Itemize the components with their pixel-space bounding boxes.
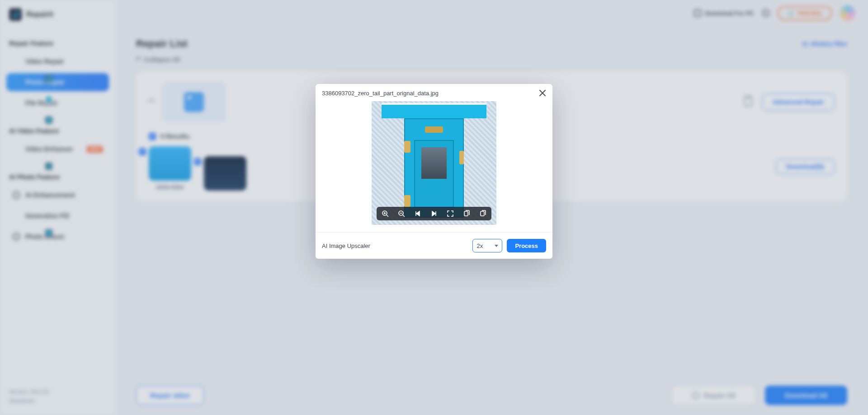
process-button[interactable]: Process [507, 239, 546, 252]
zoom-in-button[interactable] [381, 210, 389, 218]
zoom-out-button[interactable] [397, 210, 406, 218]
chevron-down-icon [495, 245, 498, 247]
fullscreen-button[interactable] [446, 210, 454, 218]
previous-button[interactable] [414, 210, 422, 218]
copy-button[interactable] [462, 210, 471, 218]
skip-previous-icon [414, 210, 421, 217]
preview-toolbar [377, 207, 491, 220]
next-button[interactable] [430, 210, 438, 218]
modal-body [316, 101, 552, 225]
modal-overlay[interactable]: 3386093702_zero_tail_part_orignal_data.j… [0, 0, 868, 415]
copy-icon [479, 210, 486, 217]
zoom-out-icon [398, 210, 405, 217]
preview-wrap [372, 101, 496, 225]
close-icon [539, 90, 546, 96]
svg-rect-3 [481, 211, 484, 216]
close-button[interactable] [538, 89, 547, 98]
preview-modal: 3386093702_zero_tail_part_orignal_data.j… [316, 84, 552, 259]
modal-filename: 3386093702_zero_tail_part_orignal_data.j… [322, 90, 439, 97]
copy-button-2[interactable] [479, 210, 487, 218]
preview-image[interactable] [372, 101, 496, 225]
scale-select[interactable]: 2x [472, 239, 502, 252]
modal-header: 3386093702_zero_tail_part_orignal_data.j… [316, 84, 552, 101]
upscaler-label: AI Image Upscaler [322, 242, 370, 249]
svg-rect-2 [464, 211, 468, 216]
fullscreen-icon [447, 210, 454, 217]
copy-icon [463, 210, 470, 217]
zoom-in-icon [382, 210, 389, 217]
scale-value: 2x [476, 242, 483, 249]
skip-next-icon [430, 210, 438, 217]
modal-footer: AI Image Upscaler 2x Process [316, 232, 552, 259]
